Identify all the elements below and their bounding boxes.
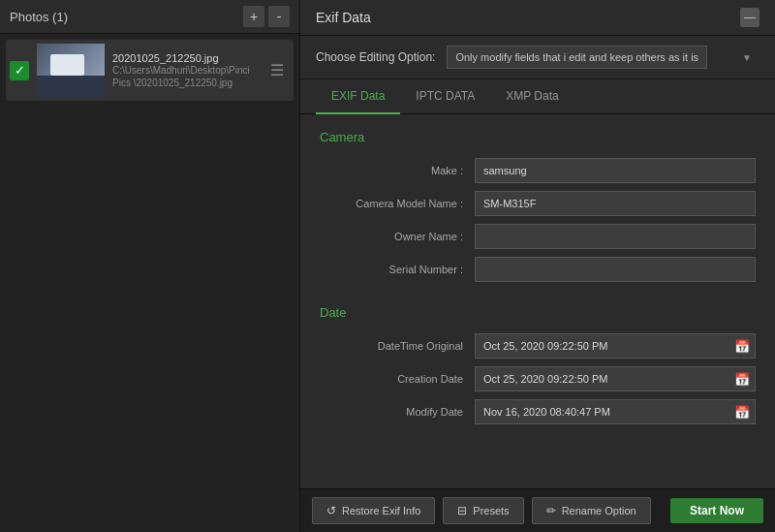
editing-options-label: Choose Editing Option: <box>316 50 435 64</box>
exif-data-title: Exif Data <box>316 10 371 25</box>
serial-number-label: Serial Number : <box>320 264 475 275</box>
bottom-toolbar: ↺ Restore Exif Info ⊟ Presets ✏ Rename O… <box>300 488 775 532</box>
tab-xmp-data[interactable]: XMP Data <box>490 79 574 114</box>
serial-number-row: Serial Number : <box>320 257 756 282</box>
creation-date-row: Creation Date 📅 <box>320 366 756 391</box>
photo-item[interactable]: ✓ 20201025_212250.jpg C:\Users\Madhuri\D… <box>6 40 294 101</box>
camera-model-input[interactable] <box>475 191 756 216</box>
rename-btn-label: Rename Option <box>562 505 636 516</box>
tab-exif-data[interactable]: EXIF Data <box>316 79 400 114</box>
editing-options-row: Choose Editing Option: Only modify field… <box>300 36 775 79</box>
camera-model-row: Camera Model Name : <box>320 191 756 216</box>
calendar-icon-1[interactable]: 📅 <box>734 372 750 387</box>
photo-path: C:\Users\Madhuri\Desktop\Pinci Pics \202… <box>112 64 257 89</box>
editing-options-select-wrapper: Only modify fields that i edit and keep … <box>447 46 760 69</box>
datetime-original-row: DateTime Original 📅 <box>320 333 756 359</box>
calendar-icon-0[interactable]: 📅 <box>734 339 750 354</box>
presets-icon: ⊟ <box>457 504 467 517</box>
header-buttons: + - <box>243 6 290 27</box>
right-panel: Exif Data — Choose Editing Option: Only … <box>300 0 775 532</box>
photo-info: 20201025_212250.jpg C:\Users\Madhuri\Des… <box>112 52 257 89</box>
remove-photo-button[interactable]: - <box>268 6 290 27</box>
owner-name-input[interactable] <box>475 224 756 249</box>
make-label: Make : <box>320 165 475 176</box>
restore-exif-button[interactable]: ↺ Restore Exif Info <box>312 497 435 524</box>
restore-icon: ↺ <box>326 504 336 517</box>
datetime-original-label: DateTime Original <box>320 340 475 352</box>
left-panel-header: Photos (1) + - <box>0 0 299 34</box>
camera-model-label: Camera Model Name : <box>320 198 475 209</box>
presets-btn-label: Presets <box>473 505 509 516</box>
restore-btn-label: Restore Exif Info <box>342 505 420 516</box>
photo-name: 20201025_212250.jpg <box>112 52 257 64</box>
start-now-button[interactable]: Start Now <box>670 498 763 523</box>
modify-date-label: Modify Date <box>320 406 475 418</box>
photo-thumbnail <box>37 44 105 97</box>
creation-date-input[interactable] <box>475 366 756 391</box>
datetime-original-input[interactable] <box>475 333 756 359</box>
content-area: Camera Make : Camera Model Name : Owner … <box>300 114 775 488</box>
list-options-icon[interactable]: ☰ <box>264 59 290 81</box>
date-form-grid: DateTime Original 📅 Creation Date 📅 Modi… <box>320 333 756 424</box>
calendar-icon-2[interactable]: 📅 <box>734 405 750 420</box>
modify-date-row: Modify Date 📅 <box>320 399 756 424</box>
minimize-button[interactable]: — <box>740 8 760 27</box>
rename-option-button[interactable]: ✏ Rename Option <box>532 497 651 524</box>
make-input[interactable] <box>475 158 756 183</box>
date-section-title: Date <box>320 305 756 320</box>
serial-number-input[interactable] <box>475 257 756 282</box>
photo-checkbox[interactable]: ✓ <box>10 61 29 80</box>
datetime-original-wrapper: 📅 <box>475 333 756 359</box>
camera-section-title: Camera <box>320 130 756 144</box>
editing-options-select[interactable]: Only modify fields that i edit and keep … <box>447 46 707 69</box>
tabs-row: EXIF Data IPTC DATA XMP Data <box>300 79 775 114</box>
rename-icon: ✏ <box>546 504 556 517</box>
creation-date-label: Creation Date <box>320 373 475 385</box>
modify-date-input[interactable] <box>475 399 756 424</box>
owner-name-row: Owner Name : <box>320 224 756 249</box>
creation-date-wrapper: 📅 <box>475 366 756 391</box>
make-row: Make : <box>320 158 756 183</box>
modify-date-wrapper: 📅 <box>475 399 756 424</box>
owner-name-label: Owner Name : <box>320 231 475 242</box>
add-photo-button[interactable]: + <box>243 6 264 27</box>
right-panel-header: Exif Data — <box>300 0 775 36</box>
photo-thumbnail-image <box>37 44 105 97</box>
tab-iptc-data[interactable]: IPTC DATA <box>400 79 490 114</box>
photos-list: ✓ 20201025_212250.jpg C:\Users\Madhuri\D… <box>0 34 299 532</box>
presets-button[interactable]: ⊟ Presets <box>443 497 523 524</box>
camera-form-grid: Make : Camera Model Name : Owner Name : … <box>320 158 756 282</box>
photos-panel-title: Photos (1) <box>10 10 68 24</box>
left-panel: Photos (1) + - ✓ 20201025_212250.jpg C:\… <box>0 0 300 532</box>
